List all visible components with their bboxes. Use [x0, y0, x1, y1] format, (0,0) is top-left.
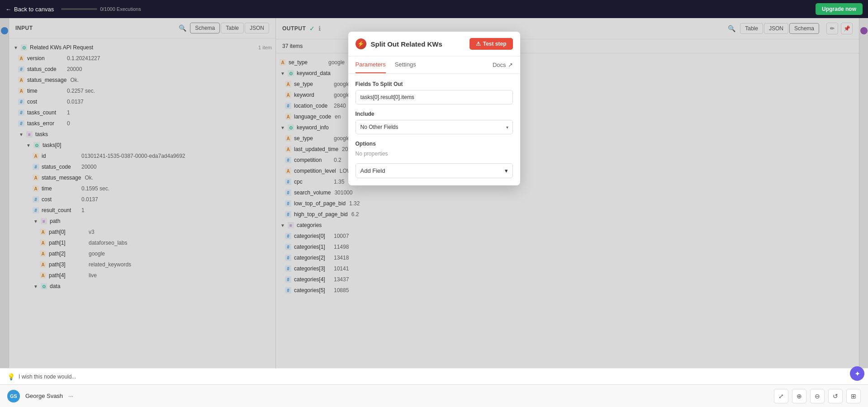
top-bar: ← Back to canvas 0/1000 Executions Upgra…: [0, 0, 868, 18]
main-layout: INPUT 🔍 Schema Table JSON ▼ ⊙ Related KW…: [0, 18, 868, 407]
user-avatar: GS: [7, 390, 20, 402]
wish-bar: 💡 I wish this node would...: [0, 368, 868, 384]
include-label: Include: [356, 111, 513, 117]
add-node-button[interactable]: ⊞: [846, 389, 861, 403]
bottom-bar: GS George Svash ··· ⤢ ⊕ ⊖ ↺ ⊞: [0, 384, 868, 407]
options-label: Options: [356, 141, 513, 147]
chevron-down-icon: ▾: [505, 167, 508, 174]
back-to-canvas-button[interactable]: ← Back to canvas: [5, 6, 54, 13]
external-link-icon: ↗: [508, 62, 513, 68]
zoom-in-button[interactable]: ⊕: [792, 389, 806, 403]
modal-overlay: ⚡ Split Out Related KWs ⚠ Test step Para…: [0, 18, 868, 407]
upgrade-now-button[interactable]: Upgrade now: [816, 3, 863, 15]
execution-progress-bar: [61, 8, 97, 10]
split-out-modal: ⚡ Split Out Related KWs ⚠ Test step Para…: [348, 32, 520, 185]
include-select[interactable]: No Other Fields All Fields: [356, 120, 513, 134]
no-properties-label: No properties: [356, 151, 513, 157]
ai-assist-button[interactable]: ✦: [850, 366, 864, 381]
modal-header: ⚡ Split Out Related KWs ⚠ Test step: [348, 32, 520, 57]
options-section: Options No properties Add Field ▾: [356, 141, 513, 178]
lightbulb-icon: 💡: [7, 373, 15, 380]
fields-to-split-out-label: Fields To Split Out: [356, 81, 513, 87]
test-step-button[interactable]: ⚠ Test step: [470, 38, 513, 50]
wish-text: I wish this node would...: [19, 374, 76, 380]
modal-tabs: Parameters Settings Docs ↗: [348, 57, 520, 74]
modal-icon: ⚡: [356, 38, 366, 49]
warning-icon: ⚠: [476, 41, 481, 47]
reset-button[interactable]: ↺: [828, 389, 843, 403]
include-select-wrapper: No Other Fields All Fields ▾: [356, 120, 513, 134]
trial-info: 0/1000 Executions: [61, 6, 141, 12]
modal-body: Fields To Split Out Include No Other Fie…: [348, 74, 520, 185]
fields-to-split-out-input[interactable]: [356, 90, 513, 104]
tab-parameters[interactable]: Parameters: [356, 57, 386, 73]
bottom-tools: ⤢ ⊕ ⊖ ↺ ⊞: [774, 389, 861, 403]
more-options-icon[interactable]: ···: [68, 393, 73, 399]
zoom-out-button[interactable]: ⊖: [810, 389, 825, 403]
user-name: George Svash: [25, 393, 63, 399]
lightning-icon: ⚡: [357, 41, 364, 47]
modal-title: Split Out Related KWs: [371, 40, 465, 48]
arrow-left-icon: ←: [5, 6, 11, 13]
expand-tool-button[interactable]: ⤢: [774, 389, 788, 403]
tab-docs[interactable]: Docs ↗: [493, 57, 513, 73]
tab-settings[interactable]: Settings: [395, 57, 416, 73]
add-field-button[interactable]: Add Field ▾: [356, 163, 513, 178]
